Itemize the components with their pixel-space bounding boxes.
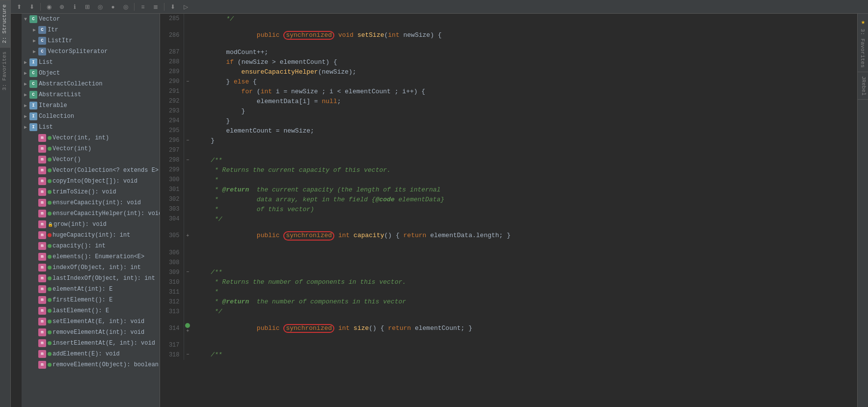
fold-296[interactable]: −	[186, 138, 189, 143]
tree-icon-listitr: C	[38, 37, 46, 45]
tree-item-indexof[interactable]: ▶ m indexOf(Object, int): int	[22, 262, 160, 273]
tree-item-object[interactable]: ▶ C Object	[22, 68, 160, 79]
tree-item-firstelement[interactable]: ▶ m firstElement(): E	[22, 295, 160, 305]
code-line-294: 294 }	[160, 116, 857, 126]
tree-item-listitr[interactable]: ▶ C ListItr	[22, 35, 160, 46]
tree-item-setelementat[interactable]: ▶ m setElementAt(E, int): void	[22, 316, 160, 327]
code-303: * of this vector)	[191, 204, 857, 214]
tree-item-removeelementat[interactable]: ▶ m removeElementAt(int): void	[22, 327, 160, 338]
circle-btn-1[interactable]: ◉	[44, 2, 54, 12]
code-editor[interactable]: 285 */ 286 public synchronized void setS…	[160, 14, 857, 407]
tree-label-capacity: capacity(): int	[53, 243, 106, 249]
tree-item-m-vector1[interactable]: ▶ m Vector()	[22, 154, 160, 165]
favorites-tab[interactable]: 3: Favorites	[0, 47, 10, 94]
line-num-290: 290	[160, 77, 184, 86]
tree-label-firstelement: firstElement(): E	[53, 297, 112, 303]
tree-item-itr[interactable]: ▶ C Itr	[22, 25, 160, 35]
access-icon-m2	[48, 147, 52, 151]
tree-item-list[interactable]: ▶ I List	[22, 57, 160, 68]
access-icon-removeelementat	[48, 330, 52, 334]
menu-btn[interactable]: ≡	[137, 2, 148, 12]
code-302: * data array, kept in the field {@code e…	[191, 194, 857, 204]
fold-309[interactable]: −	[186, 270, 189, 275]
tree-item-iterable[interactable]: ▶ I Iterable	[22, 100, 160, 111]
tree-icon-ensurecapacityhelper: m	[38, 210, 46, 217]
code-line-317: 317	[160, 340, 857, 350]
fold-305[interactable]: +	[186, 233, 189, 239]
tree-label-setelementat: setElementAt(E, int): void	[53, 318, 144, 325]
up-button[interactable]: ⬆	[14, 2, 25, 12]
tree-item-abstractlist[interactable]: ▶ C AbstractList	[22, 89, 160, 100]
fold-318[interactable]: −	[186, 352, 189, 357]
ring-btn[interactable]: ◎	[120, 2, 131, 12]
code-290: } else {	[191, 77, 857, 86]
tree-item-lastindexof[interactable]: ▶ m lastIndexOf(Object, int): int	[22, 273, 160, 284]
tree-item-ensurecapacityhelper[interactable]: ▶ m ensureCapacityHelper(int): void	[22, 208, 160, 219]
tree-item-insertelementat[interactable]: ▶ m insertElementAt(E, int): void	[22, 338, 160, 349]
download-btn[interactable]: ⬇	[167, 2, 178, 12]
tree-label-collection: Collection	[39, 113, 74, 120]
code-293: }	[191, 106, 857, 116]
tree-item-hugecapacity[interactable]: ▶ m hugeCapacity(int): int	[22, 230, 160, 241]
code-line-312: 312 * @return the number of components i…	[160, 297, 857, 307]
tree-item-capacity[interactable]: ▶ m capacity(): int	[22, 241, 160, 251]
tree-item-addelement[interactable]: ▶ m addElement(E): void	[22, 349, 160, 359]
tree-item-removeelement[interactable]: ▶ m removeElement(Object): boolean	[22, 359, 160, 370]
line-num-302: 302	[160, 194, 184, 204]
tree-item-grow[interactable]: ▶ m 🔒 grow(int): void	[22, 219, 160, 230]
tree-item-collection[interactable]: ▶ I Collection	[22, 111, 160, 122]
code-line-299: 299 * Returns the current capacity of th…	[160, 165, 857, 175]
fold-290[interactable]: −	[186, 79, 189, 84]
tree-item-vector[interactable]: ▼ C Vector	[22, 14, 160, 25]
line-num-318: 318	[160, 350, 184, 360]
line-num-308: 308	[160, 258, 184, 268]
play-btn[interactable]: ▷	[180, 2, 191, 12]
tree-label-trimtosize: trimToSize(): void	[53, 189, 116, 195]
tree-label-vectorspliterator: VectorSpliterator	[48, 48, 108, 55]
dot-btn[interactable]: ●	[108, 2, 118, 12]
favorites-right-tab[interactable]: ★ 3: Favorites	[858, 14, 868, 72]
gutter-287	[184, 47, 191, 57]
tree-item-abstractcollection[interactable]: ▶ C AbstractCollection	[22, 79, 160, 89]
code-line-300: 300 *	[160, 175, 857, 185]
structure-tab[interactable]: 2: Structure	[0, 0, 10, 47]
tree-item-m-vector2[interactable]: ▶ m Vector(int)	[22, 143, 160, 154]
tree-item-m-vector4[interactable]: ▶ m Vector(Collection<? extends E>)	[22, 165, 160, 176]
gutter-304	[184, 214, 191, 224]
tree-item-list2[interactable]: ▶ I List	[22, 122, 160, 133]
tree-item-lastelement[interactable]: ▶ m lastElement(): E	[22, 305, 160, 316]
list-btn[interactable]: ≣	[150, 2, 161, 12]
gutter-314: +	[184, 317, 191, 340]
line-num-300: 300	[160, 175, 184, 185]
tree-label-itr: Itr	[48, 27, 58, 33]
code-291: for (int i = newSize ; i < elementCount …	[191, 86, 857, 96]
code-314: public synchronized int size() { return …	[191, 317, 857, 340]
tree-icon-itr: C	[38, 26, 46, 34]
tree-label-m4: Vector(Collection<? extends E>)	[53, 167, 160, 174]
tree-item-elements[interactable]: ▶ m elements(): Enumeration<E>	[22, 251, 160, 262]
tree-item-m-vector3[interactable]: ▶ m Vector(int, int)	[22, 133, 160, 143]
tree-item-vectorspliterator[interactable]: ▶ C VectorSpliterator	[22, 46, 160, 57]
minus-btn[interactable]: ◎	[95, 2, 106, 12]
code-311: *	[191, 287, 857, 297]
tree-item-ensurecapacity[interactable]: ▶ m ensureCapacity(int): void	[22, 197, 160, 208]
tree-item-elementat[interactable]: ▶ m elementAt(int): E	[22, 284, 160, 295]
grid-btn[interactable]: ⊞	[82, 2, 93, 12]
line-num-314: 314	[160, 317, 184, 340]
fold-314[interactable]: +	[186, 328, 189, 334]
tree-item-trimtosize[interactable]: ▶ m trimToSize(): void	[22, 187, 160, 197]
code-288: if (newSize > elementCount) {	[191, 57, 857, 67]
code-line-305: 305 + public synchronized int capacity()…	[160, 224, 857, 247]
tree-item-copyinto[interactable]: ▶ m copyInto(Object[]): void	[22, 176, 160, 187]
rebel-tab[interactable]: JRebel	[858, 72, 868, 100]
gutter-299	[184, 165, 191, 175]
fold-298[interactable]: −	[186, 158, 189, 163]
line-num-291: 291	[160, 86, 184, 96]
gutter-303	[184, 204, 191, 214]
info-btn[interactable]: ℹ	[69, 2, 80, 12]
circle-btn-2[interactable]: ⊕	[56, 2, 67, 12]
access-icon-m3	[48, 136, 52, 140]
down-button[interactable]: ⬇	[27, 2, 37, 12]
code-line-286: 286 public synchronized void setSize(int…	[160, 24, 857, 47]
gutter-288	[184, 57, 191, 67]
